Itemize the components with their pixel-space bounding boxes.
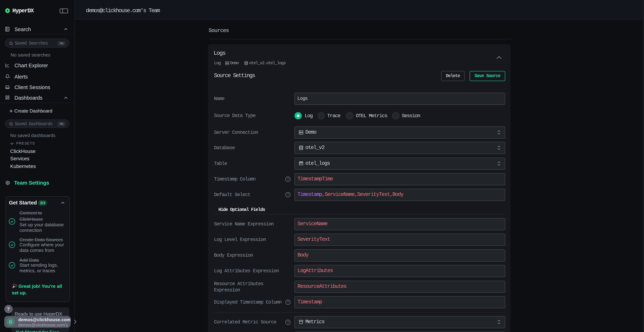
svg-text:?: ?	[287, 178, 289, 181]
svg-text:?: ?	[287, 320, 289, 324]
svg-text:?: ?	[287, 193, 289, 196]
svg-text:?: ?	[287, 300, 289, 304]
